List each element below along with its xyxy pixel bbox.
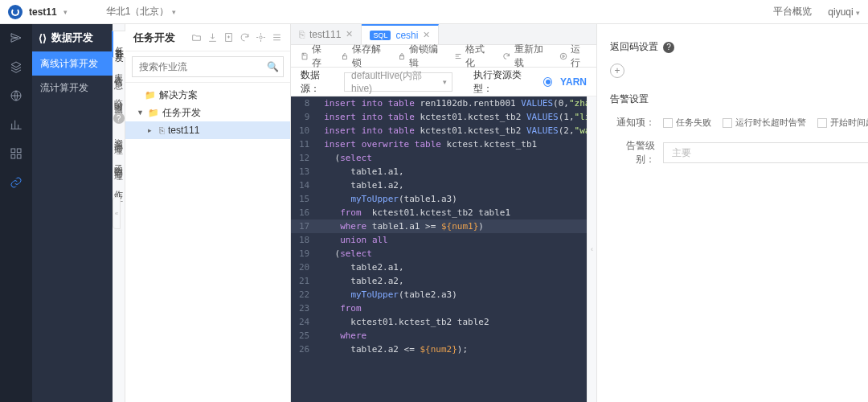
refresh-icon[interactable] [239,32,250,43]
search-icon[interactable]: 🔍 [267,61,279,72]
datasource-label: 数据源： [301,68,336,96]
chk-task-fail[interactable]: 任务失败 [663,117,711,129]
new-folder-icon[interactable] [190,32,202,43]
triangle-right-icon: ▸ [148,126,156,134]
side-nav: ⟨⟩ 数据开发 离线计算开发 流计算开发 [32,24,113,402]
new-file-icon[interactable] [223,32,234,43]
tab-ceshi[interactable]: SQL ceshi ✕ [362,24,439,44]
chart-icon[interactable] [9,117,23,132]
alert-title: 告警设置 [610,92,649,106]
link-icon[interactable] [9,175,23,190]
save-button[interactable]: 保存 [301,43,328,70]
svg-rect-8 [399,55,403,59]
vtab-table-info[interactable]: 库表信息 [113,58,125,84]
tree-root[interactable]: 📁 解决方案 [125,86,290,104]
code-icon: ⟨⟩ [39,32,47,44]
icon-rail [0,24,32,402]
run-button[interactable]: 运行 [559,43,587,70]
right-pane: 返回码设置 ? + 告警设置 通知项： 任务失败 运行时长超时告警 开始时间超时… [596,24,868,402]
exec-type-value: YARN [560,76,587,88]
collapse-sidenav-icon[interactable]: « [113,197,121,229]
send-icon[interactable] [9,31,23,45]
triangle-down-icon: ▼ [137,109,145,117]
exec-type-label: 执行资源类型： [473,68,535,96]
svg-rect-1 [11,149,15,153]
import-icon[interactable] [207,32,218,43]
editor-tabs: ⎘ test111 ✕ SQL ceshi ✕ [291,24,596,45]
close-icon[interactable]: ✕ [346,29,353,39]
level-label: 告警级别： [610,139,655,166]
topbar: test11 ▾ 华北1（北京） ▾ 平台概览 qiyuqi ▾ [0,0,868,24]
region-chevron-icon: ▾ [172,8,176,16]
return-code-title: 返回码设置 [610,40,658,54]
project-name: test11 [29,6,57,18]
tree-search-input[interactable] [132,56,284,77]
svg-rect-7 [343,55,347,59]
tree-folder[interactable]: ▼ 📁 任务开发 [125,104,290,121]
help-icon[interactable]: ? [663,42,674,53]
svg-point-6 [259,36,261,39]
exec-type-radio[interactable] [543,77,552,87]
vtab-resource[interactable]: 资源管理 [113,124,125,150]
add-return-code-button[interactable]: + [610,64,624,78]
workflow-icon: ⎘ [299,29,305,40]
sidenav-item-offline[interactable]: 离线计算开发 [32,51,113,76]
editor-toolbar: 保存 保存解锁 偷锁编辑 格式化 重新加载 运行 [291,45,596,68]
help-icon[interactable]: ? [113,113,125,124]
code-editor[interactable]: 8insert into table ren1102db.rentb001 VA… [291,96,587,402]
collapse-right-icon[interactable]: ‹ [587,96,596,402]
reload-button[interactable]: 重新加载 [502,43,547,70]
sidenav-item-streaming[interactable]: 流计算开发 [32,76,113,100]
overview-link[interactable]: 平台概览 [773,5,812,18]
steal-lock-button[interactable]: 偷锁编辑 [398,43,442,70]
svg-rect-2 [17,149,21,153]
vtab-task-dev[interactable]: 任务开发 [112,31,125,58]
editor-pane: ⎘ test111 ✕ SQL ceshi ✕ 保存 保存解锁 偷锁编辑 格式化… [291,24,596,402]
region-select[interactable]: 华北1（北京） ▾ [106,5,177,18]
globe-icon[interactable] [9,88,23,103]
region-label: 华北1（北京） [106,5,170,18]
datasource-select[interactable]: defaultHive(内部hive) [344,72,452,92]
folder-icon: 📁 [145,90,156,100]
tree-title: 任务开发 [133,31,175,45]
svg-rect-3 [11,154,15,158]
svg-point-9 [560,53,567,59]
chk-start-timeout[interactable]: 开始时间超时告警 [817,117,868,129]
sidenav-header: ⟨⟩ 数据开发 [32,24,113,51]
level-select[interactable]: 主要 [663,142,868,163]
save-unlock-button[interactable]: 保存解锁 [341,43,385,70]
tree-leaf[interactable]: ▸ ⎘ test111 [125,121,290,139]
format-button[interactable]: 格式化 [454,43,489,70]
layers-icon[interactable] [9,59,23,74]
settings-icon[interactable] [271,32,282,43]
tree-pane: 任务开发 🔍 📁 解决方案 ▼ 📁 任务开发 [125,24,291,402]
close-icon[interactable]: ✕ [423,30,430,40]
vtab-function[interactable]: 函数管理 [113,150,125,175]
notify-label: 通知项： [610,116,655,129]
workflow-icon: ⎘ [159,125,165,135]
folder-icon: 📁 [148,108,159,118]
project-chevron-icon[interactable]: ▾ [63,8,68,16]
svg-rect-4 [17,154,21,158]
vtab-job[interactable]: 作业 [113,175,125,196]
user-menu[interactable]: qiyuqi ▾ [828,6,860,18]
locate-icon[interactable] [255,32,266,43]
chk-runtime-timeout[interactable]: 运行时长超时告警 [723,117,806,129]
grid-icon[interactable] [9,146,23,161]
vtab-temp-query[interactable]: 临时查询 [113,84,125,109]
sql-badge: SQL [370,31,391,40]
tab-test111[interactable]: ⎘ test111 ✕ [291,24,362,44]
platform-logo-icon [8,5,23,19]
